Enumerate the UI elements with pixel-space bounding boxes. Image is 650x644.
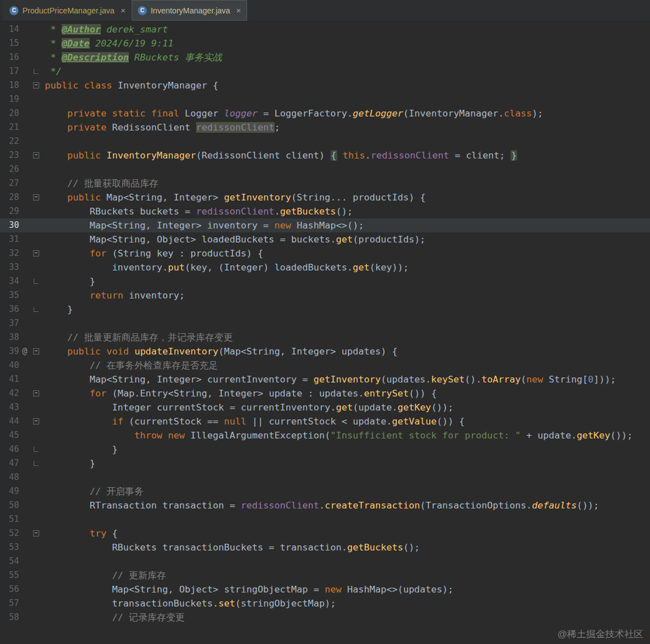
code-line-41[interactable]: 41 Map<String, Integer> currentInventory… (0, 372, 650, 386)
gutter-annotation (19, 288, 30, 302)
code-line-27[interactable]: 27 // 批量获取商品库存 (0, 176, 650, 190)
fold-gutter (30, 36, 41, 50)
line-number: 51 (0, 512, 19, 526)
fold-end-icon[interactable] (30, 302, 41, 316)
code-text: private static final Logger logger = Log… (41, 106, 543, 120)
code-line-53[interactable]: 53 RBuckets transactionBuckets = transac… (0, 540, 650, 554)
code-line-40[interactable]: 40 // 在事务外检查库存是否充足 (0, 358, 650, 372)
gutter-annotation (19, 204, 30, 218)
code-line-50[interactable]: 50 RTransaction transaction = redissonCl… (0, 498, 650, 512)
close-tab-icon[interactable]: × (236, 6, 242, 15)
tab-product-price-manager[interactable]: C ProductPriceManager.java × (3, 0, 132, 21)
editor-tab-bar: C ProductPriceManager.java × C Inventory… (0, 0, 650, 21)
fold-end-icon[interactable] (30, 442, 41, 456)
code-line-32[interactable]: 32 for (String key : productIds) { (0, 246, 650, 260)
code-line-57[interactable]: 57 transactionBuckets.set(stringObjectMa… (0, 596, 650, 610)
line-number: 40 (0, 358, 19, 372)
fold-gutter (30, 134, 41, 148)
code-line-48[interactable]: 48 (0, 470, 650, 484)
code-text: // 批量获取商品库存 (41, 176, 159, 190)
code-line-21[interactable]: 21 private RedissonClient redissonClient… (0, 120, 650, 134)
fold-end-icon[interactable] (30, 64, 41, 78)
code-line-51[interactable]: 51 (0, 512, 650, 526)
line-number: 33 (0, 260, 19, 274)
line-number: 20 (0, 106, 19, 120)
code-line-14[interactable]: 14 * @Author derek_smart (0, 22, 650, 36)
code-line-31[interactable]: 31 Map<String, Object> loadedBuckets = b… (0, 232, 650, 246)
gutter-annotation (19, 386, 30, 400)
code-line-22[interactable]: 22 (0, 134, 650, 148)
code-text: RBuckets transactionBuckets = transactio… (41, 540, 420, 554)
code-line-49[interactable]: 49 // 开启事务 (0, 484, 650, 498)
code-line-44[interactable]: 44 if (currentStock == null || currentSt… (0, 414, 650, 428)
code-line-39[interactable]: 39@ public void updateInventory(Map<Stri… (0, 344, 650, 358)
code-line-34[interactable]: 34 } (0, 274, 650, 288)
fold-start-icon[interactable] (30, 526, 41, 540)
tab-inventory-manager[interactable]: C InventoryManager.java × (132, 0, 247, 21)
fold-start-icon[interactable] (30, 190, 41, 204)
code-line-36[interactable]: 36 } (0, 302, 650, 316)
code-line-54[interactable]: 54 (0, 554, 650, 568)
line-number: 45 (0, 428, 19, 442)
fold-gutter (30, 120, 41, 134)
code-line-26[interactable]: 26 (0, 162, 650, 176)
gutter-annotation (19, 148, 30, 162)
code-lines-container: 14 * @Author derek_smart15 * @Date 2024/… (0, 21, 650, 624)
fold-gutter (30, 92, 41, 106)
fold-gutter (30, 596, 41, 610)
fold-start-icon[interactable] (30, 414, 41, 428)
code-line-52[interactable]: 52 try { (0, 526, 650, 540)
code-line-47[interactable]: 47 } (0, 456, 650, 470)
gutter-annotation (19, 498, 30, 512)
watermark: @稀土掘金技术社区 (558, 628, 643, 641)
fold-gutter (30, 428, 41, 442)
gutter-annotation (19, 50, 30, 64)
fold-start-icon[interactable] (30, 78, 41, 92)
code-line-18[interactable]: 18public class InventoryManager { (0, 78, 650, 92)
code-text: // 开启事务 (41, 484, 143, 498)
code-text: public InventoryManager(RedissonClient c… (41, 148, 517, 162)
fold-end-icon[interactable] (30, 274, 41, 288)
code-line-58[interactable]: 58 // 记录库存变更 (0, 610, 650, 624)
close-tab-icon[interactable]: × (120, 6, 126, 15)
code-text: } (41, 274, 95, 288)
fold-start-icon[interactable] (30, 148, 41, 162)
code-line-56[interactable]: 56 Map<String, Object> stringObjectMap =… (0, 582, 650, 596)
code-line-42[interactable]: 42 for (Map.Entry<String, Integer> updat… (0, 386, 650, 400)
fold-start-icon[interactable] (30, 246, 41, 260)
code-line-35[interactable]: 35 return inventory; (0, 288, 650, 302)
line-number: 17 (0, 64, 19, 78)
code-line-33[interactable]: 33 inventory.put(key, (Integer) loadedBu… (0, 260, 650, 274)
fold-gutter (30, 358, 41, 372)
gutter-annotation (19, 22, 30, 36)
code-line-20[interactable]: 20 private static final Logger logger = … (0, 106, 650, 120)
code-line-19[interactable]: 19 (0, 92, 650, 106)
line-number: 54 (0, 554, 19, 568)
code-line-15[interactable]: 15 * @Date 2024/6/19 9:11 (0, 36, 650, 50)
gutter-annotation (19, 92, 30, 106)
code-line-30[interactable]: 30 Map<String, Integer> inventory = new … (0, 218, 650, 232)
code-text (41, 162, 45, 176)
code-text: Map<String, Integer> inventory = new Has… (41, 218, 364, 232)
code-line-55[interactable]: 55 // 更新库存 (0, 568, 650, 582)
code-line-45[interactable]: 45 throw new IllegalArgumentException("I… (0, 428, 650, 442)
code-line-29[interactable]: 29 RBuckets buckets = redissonClient.get… (0, 204, 650, 218)
gutter-annotation (19, 568, 30, 582)
code-text: if (currentStock == null || currentStock… (41, 414, 465, 428)
fold-gutter (30, 162, 41, 176)
code-line-43[interactable]: 43 Integer currentStock = currentInvento… (0, 400, 650, 414)
code-line-38[interactable]: 38 // 批量更新商品库存，并记录库存变更 (0, 330, 650, 344)
code-line-16[interactable]: 16 * @Description RBuckets 事务实战 (0, 50, 650, 64)
code-line-46[interactable]: 46 } (0, 442, 650, 456)
code-line-28[interactable]: 28 public Map<String, Integer> getInvent… (0, 190, 650, 204)
code-line-37[interactable]: 37 (0, 316, 650, 330)
code-editor[interactable]: 14 * @Author derek_smart15 * @Date 2024/… (0, 21, 650, 644)
fold-end-icon[interactable] (30, 456, 41, 470)
code-line-23[interactable]: 23 public InventoryManager(RedissonClien… (0, 148, 650, 162)
code-text: return inventory; (41, 288, 185, 302)
line-number: 38 (0, 330, 19, 344)
fold-start-icon[interactable] (30, 344, 41, 358)
code-line-17[interactable]: 17 */ (0, 64, 650, 78)
fold-start-icon[interactable] (30, 386, 41, 400)
code-text: private RedissonClient redissonClient; (41, 120, 280, 134)
